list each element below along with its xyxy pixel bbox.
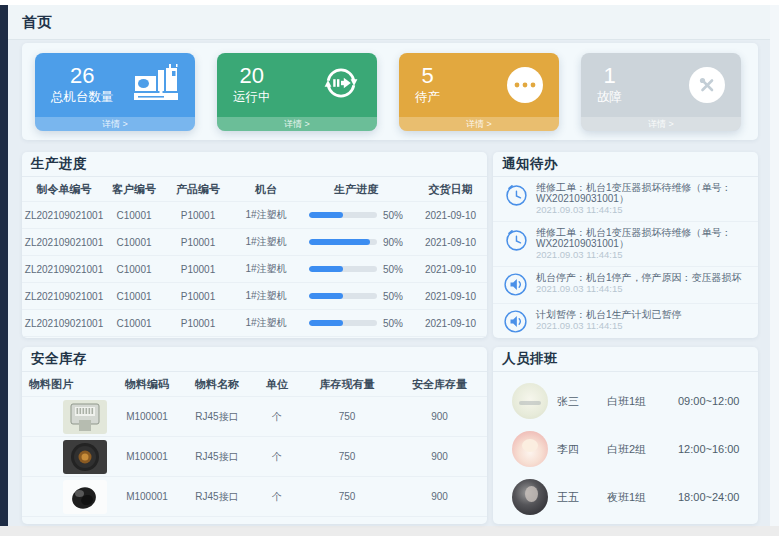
staff-time: 12:00~16:00: [678, 443, 739, 455]
table-row: ZL202109021001 C10001 P10001 1#注塑机 50% 2…: [22, 283, 487, 310]
column-header: 物料编码: [112, 377, 182, 392]
table-header-row: 物料图片 物料编码 物料名称 单位 库存现有量 安全库存量: [22, 372, 487, 397]
customer-no: C10001: [106, 318, 162, 329]
order-no: ZL202109021001: [22, 237, 106, 248]
avatar: [512, 479, 548, 515]
material-unit: 个: [252, 410, 302, 424]
stat-label: 故障: [597, 89, 622, 106]
stock-safety: 900: [392, 451, 487, 462]
notification-time: 2021.09.03 11:44:15: [536, 284, 749, 294]
stat-card-body: 1 故障: [581, 53, 741, 117]
panel-title: 人员排班: [493, 347, 758, 372]
stat-label: 待产: [415, 89, 440, 106]
scrollbar-track[interactable]: [770, 5, 779, 526]
customer-no: C10001: [106, 210, 162, 221]
stat-card-total-machines[interactable]: 26 总机台数量 详情 >: [35, 53, 195, 131]
notification-text: 维修工单：机台1变压器损坏待维修（单号：WX202109031001）: [536, 182, 749, 204]
progress-bar: [309, 239, 377, 245]
material-code: M100001: [112, 491, 182, 502]
material-code: M100001: [112, 411, 182, 422]
machine: 1#注塑机: [234, 235, 298, 249]
column-header: 机台: [234, 182, 298, 197]
progress-cell: 50%: [298, 318, 414, 329]
notification-time: 2021.09.03 11:44:15: [536, 250, 749, 260]
stock-onhand: 750: [302, 451, 392, 462]
production-progress-panel: 生产进度 制令单编号 客户编号 产品编号 机台 生产进度 交货日期 ZL2021…: [22, 152, 487, 338]
staff-name: 李四: [557, 442, 607, 457]
product-no: P10001: [162, 264, 234, 275]
notification-text: 机台停产：机台1停产，停产原因：变压器损坏: [536, 272, 749, 283]
progress-cell: 50%: [298, 264, 414, 275]
column-header: 客户编号: [106, 182, 162, 197]
column-header: 物料名称: [182, 377, 252, 392]
ellipsis-icon: [507, 67, 543, 103]
stat-card-running[interactable]: 20 运行中 详情 >: [217, 53, 377, 131]
stat-card-waiting[interactable]: 5 待产 详情 >: [399, 53, 559, 131]
staff-row: 王五 夜班1组 18:00~24:00: [493, 473, 758, 521]
staff-row: 李四 白班2组 12:00~16:00: [493, 425, 758, 473]
rj45-photo: [63, 400, 107, 434]
customer-no: C10001: [106, 264, 162, 275]
stat-detail-link[interactable]: 详情 >: [581, 117, 741, 131]
safety-stock-panel: 安全库存 物料图片 物料编码 物料名称 单位 库存现有量 安全库存量 M1000…: [22, 347, 487, 524]
column-header: 物料图片: [22, 377, 112, 392]
progress-label: 50%: [383, 318, 403, 329]
table-row: ZL202109021001 C10001 P10001 1#注塑机 50% 2…: [22, 202, 487, 229]
machine-icon: [133, 63, 179, 107]
stat-detail-link[interactable]: 详情 >: [399, 117, 559, 131]
progress-label: 50%: [383, 291, 403, 302]
table-header-row: 制令单编号 客户编号 产品编号 机台 生产进度 交货日期: [22, 177, 487, 202]
table-row: ZL202109021001 C10001 P10001 1#注塑机 50% 2…: [22, 256, 487, 283]
table-row: ZL202109021001 C10001 P10001 1#注塑机 90% 2…: [22, 229, 487, 256]
stat-card-body: 26 总机台数量: [35, 53, 195, 117]
column-header: 产品编号: [162, 182, 234, 197]
notification-item[interactable]: 机台停产：机台1停产，停产原因：变压器损坏 2021.09.03 11:44:1…: [493, 267, 758, 304]
staff-shift: 夜班1组: [607, 490, 678, 505]
notification-text: 维修工单：机台1变压器损坏待维修（单号：WX202109031001）: [536, 227, 749, 249]
column-header: 生产进度: [298, 182, 414, 197]
staff-time: 09:00~12:00: [678, 395, 739, 407]
delivery-date: 2021-09-10: [414, 237, 487, 248]
stat-detail-link[interactable]: 详情 >: [35, 117, 195, 131]
panel-title: 通知待办: [493, 152, 758, 177]
stock-onhand: 750: [302, 411, 392, 422]
column-header: 制令单编号: [22, 182, 106, 197]
machine: 1#注塑机: [234, 208, 298, 222]
material-unit: 个: [252, 490, 302, 504]
table-row: M100001 RJ45接口 个 750 900: [22, 477, 487, 517]
order-no: ZL202109021001: [22, 210, 106, 221]
notification-item[interactable]: 计划暂停：机台1生产计划已暂停 2021.09.03 11:44:15: [493, 304, 758, 338]
table-row: ZL202109021001 C10001 P10001 1#注塑机 50% 2…: [22, 310, 487, 337]
delivery-date: 2021-09-10: [414, 264, 487, 275]
delivery-date: 2021-09-10: [414, 318, 487, 329]
stat-cards-panel: 26 总机台数量 详情 >: [22, 43, 758, 140]
delivery-date: 2021-09-10: [414, 210, 487, 221]
machine: 1#注塑机: [234, 289, 298, 303]
notification-item[interactable]: 维修工单：机台1变压器损坏待维修（单号：WX202109031001） 2021…: [493, 177, 758, 222]
staff-schedule-panel: 人员排班 张三 白班1组 09:00~12:00 李四 白班2组 12:00~1…: [493, 347, 758, 524]
stock-onhand: 750: [302, 491, 392, 502]
stat-card-fault[interactable]: 1 故障 详情 >: [581, 53, 741, 131]
notification-text: 计划暂停：机台1生产计划已暂停: [536, 309, 749, 320]
progress-label: 90%: [383, 237, 403, 248]
tab-home[interactable]: 首页: [22, 13, 52, 32]
avatar: [512, 431, 548, 467]
customer-no: C10001: [106, 291, 162, 302]
order-no: ZL202109021001: [22, 291, 106, 302]
stat-value: 1: [603, 64, 615, 88]
notification-time: 2021.09.03 11:44:15: [536, 321, 749, 331]
order-no: ZL202109021001: [22, 264, 106, 275]
tools-icon: [689, 67, 725, 103]
stat-detail-link[interactable]: 详情 >: [217, 117, 377, 131]
progress-bar: [309, 266, 377, 272]
machine: 1#注塑机: [234, 316, 298, 330]
speaker-photo: [63, 440, 107, 474]
notification-item[interactable]: 维修工单：机台1变压器损坏待维修（单号：WX202109031001） 2021…: [493, 222, 758, 267]
stock-safety: 900: [392, 411, 487, 422]
stock-safety: 900: [392, 491, 487, 502]
stat-card-body: 20 运行中: [217, 53, 377, 117]
clock-icon: [503, 182, 528, 207]
panel-title: 安全库存: [22, 347, 487, 372]
progress-cell: 90%: [298, 237, 414, 248]
staff-shift: 白班1组: [607, 394, 678, 409]
